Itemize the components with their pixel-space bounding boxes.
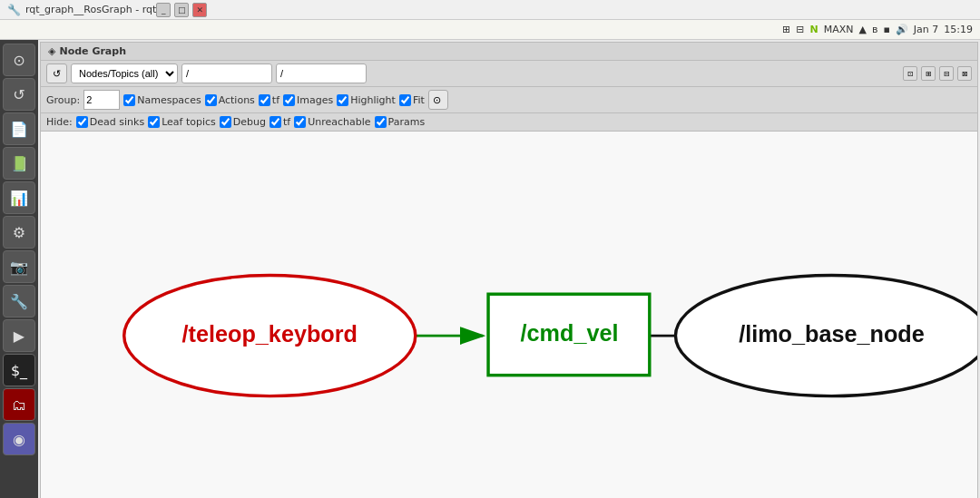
- bluetooth-icon: ʙ: [872, 24, 877, 35]
- sidebar-item-book[interactable]: 📗: [3, 147, 35, 180]
- checkbox-tf[interactable]: tf: [259, 94, 279, 106]
- toolbar-row-3: Hide: Dead sinks Leaf topics Debug tf Un…: [41, 113, 977, 132]
- sidebar-item-camera[interactable]: 📷: [3, 250, 35, 283]
- resize-icon-2[interactable]: ⊞: [921, 66, 936, 81]
- resize-icon-3[interactable]: ⊟: [939, 66, 954, 81]
- refresh-button[interactable]: ↺: [46, 63, 67, 83]
- sidebar-item-apps[interactable]: ◉: [3, 423, 35, 455]
- options-button[interactable]: ⊙: [428, 90, 448, 110]
- window-controls: _ □ ✕: [156, 3, 207, 17]
- hide-label: Hide:: [46, 116, 73, 128]
- minimize-button[interactable]: _: [156, 3, 171, 17]
- graph-area[interactable]: /teleop_keybord /cmd_vel /limo_base_node: [41, 132, 977, 498]
- checkbox-actions[interactable]: Actions: [205, 94, 255, 106]
- checkbox-params[interactable]: Params: [375, 116, 426, 128]
- panel-header: ◈ Node Graph: [41, 43, 977, 61]
- node-limo-label: /limo_base_node: [739, 321, 925, 347]
- checkbox-images[interactable]: Images: [283, 94, 333, 106]
- sidebar-item-refresh[interactable]: ↺: [3, 78, 35, 111]
- checkbox-fit[interactable]: Fit: [399, 94, 425, 106]
- time-label: 15:19: [944, 24, 973, 35]
- toolbar-row-2: Group: Namespaces Actions tf Images High…: [41, 87, 977, 113]
- checkbox-leaf-topics[interactable]: Leaf topics: [148, 116, 216, 128]
- resize-icon-1[interactable]: ⊡: [903, 66, 917, 81]
- titlebar-title: rqt_graph__RosGraph - rqt: [25, 4, 156, 15]
- speaker-icon: 🔊: [896, 24, 908, 35]
- toolbar-row-1: ↺ Nodes/Topics (all) Nodes only Topics o…: [41, 61, 977, 87]
- main-layout: ⊙ ↺ 📄 📗 📊 ⚙ 📷 🔧 ▶ $_ 🗂 ◉ ◈ Node Graph ↺ …: [0, 40, 980, 498]
- sidebar-item-chart[interactable]: 📊: [3, 181, 35, 214]
- sidebar: ⊙ ↺ 📄 📗 📊 ⚙ 📷 🔧 ▶ $_ 🗂 ◉: [0, 40, 38, 498]
- sidebar-item-terminal[interactable]: $_: [3, 354, 35, 386]
- panel-title: Node Graph: [59, 45, 126, 57]
- sidebar-item-doc[interactable]: 📄: [3, 112, 35, 145]
- display-mode-select[interactable]: Nodes/Topics (all) Nodes only Topics onl…: [71, 63, 178, 83]
- system-bar: ⊞ ⊟ N MAXN ▲ ʙ ▪ 🔊 Jan 7 15:19: [0, 20, 980, 40]
- titlebar-icon: 🔧: [7, 4, 21, 16]
- titlebar: 🔧 rqt_graph__RosGraph - rqt _ □ ✕: [0, 0, 980, 20]
- graph-svg: /teleop_keybord /cmd_vel /limo_base_node: [41, 132, 977, 498]
- checkbox-debug[interactable]: Debug: [220, 116, 266, 128]
- sidebar-item-play[interactable]: ▶: [3, 319, 35, 352]
- system-tray-icon1: ⊞: [782, 24, 790, 35]
- filter1-input[interactable]: [181, 63, 272, 83]
- node-cmd-vel-label: /cmd_vel: [521, 320, 619, 346]
- sidebar-item-home[interactable]: ⊙: [3, 44, 35, 76]
- wifi-icon: ▲: [859, 24, 867, 35]
- maximize-button[interactable]: □: [174, 3, 189, 17]
- node-teleop-label: /teleop_keybord: [182, 321, 358, 347]
- checkbox-unreachable[interactable]: Unreachable: [294, 116, 370, 128]
- checkbox-dead-sinks[interactable]: Dead sinks: [76, 116, 144, 128]
- checkbox-namespaces[interactable]: Namespaces: [123, 94, 201, 106]
- battery-icon: ▪: [883, 24, 889, 35]
- nvidia-icon: N: [810, 24, 818, 35]
- group-label: Group:: [46, 94, 80, 106]
- sidebar-item-settings[interactable]: ⚙: [3, 216, 35, 249]
- date-label: Jan 7: [914, 24, 938, 35]
- resize-icon-4[interactable]: ⊠: [957, 66, 972, 81]
- maxn-label: MAXN: [824, 24, 854, 35]
- node-graph-panel: ◈ Node Graph ↺ Nodes/Topics (all) Nodes …: [40, 42, 978, 498]
- sidebar-item-files[interactable]: 🗂: [3, 388, 35, 421]
- sidebar-item-tools[interactable]: 🔧: [3, 285, 35, 317]
- group-spinbox[interactable]: [83, 90, 120, 110]
- checkbox-tf2[interactable]: tf: [270, 116, 290, 128]
- checkbox-highlight[interactable]: Highlight: [337, 94, 396, 106]
- system-tray-icon2: ⊟: [796, 24, 804, 35]
- panel-header-icon: ◈: [48, 45, 55, 57]
- close-button[interactable]: ✕: [192, 3, 207, 17]
- content-area: ◈ Node Graph ↺ Nodes/Topics (all) Nodes …: [38, 40, 980, 498]
- filter2-input[interactable]: [276, 63, 367, 83]
